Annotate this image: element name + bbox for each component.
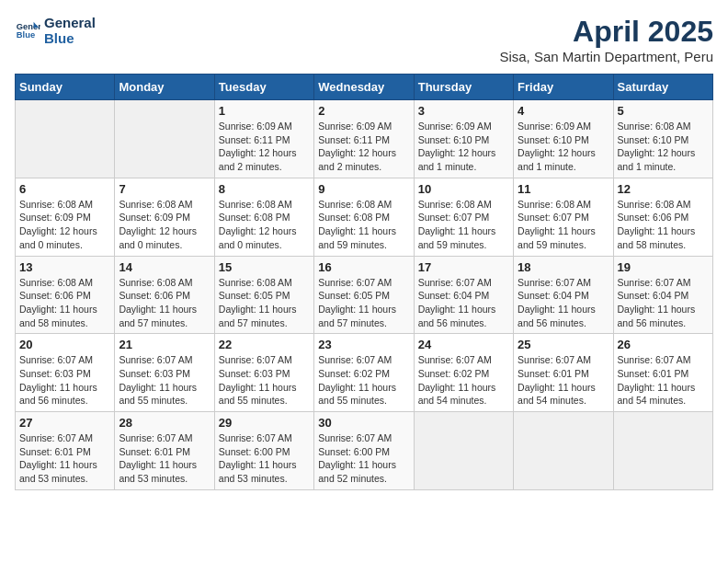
day-detail: Sunrise: 6:07 AM Sunset: 6:01 PM Dayligh… bbox=[119, 431, 210, 486]
day-number: 30 bbox=[318, 416, 409, 430]
calendar-cell: 11Sunrise: 6:08 AM Sunset: 6:07 PM Dayli… bbox=[514, 178, 613, 256]
day-detail: Sunrise: 6:08 AM Sunset: 6:07 PM Dayligh… bbox=[518, 198, 609, 252]
logo-line2: Blue bbox=[44, 30, 96, 46]
weekday-header: Tuesday bbox=[214, 75, 313, 100]
day-number: 29 bbox=[219, 416, 310, 430]
day-detail: Sunrise: 6:07 AM Sunset: 6:03 PM Dayligh… bbox=[19, 353, 110, 408]
day-number: 4 bbox=[518, 104, 609, 118]
svg-text:Blue: Blue bbox=[17, 30, 35, 40]
day-number: 19 bbox=[618, 260, 709, 274]
calendar-cell: 18Sunrise: 6:07 AM Sunset: 6:04 PM Dayli… bbox=[514, 256, 613, 334]
day-detail: Sunrise: 6:07 AM Sunset: 6:03 PM Dayligh… bbox=[119, 353, 210, 408]
calendar-cell bbox=[514, 412, 613, 490]
day-number: 14 bbox=[119, 260, 210, 274]
calendar-cell: 20Sunrise: 6:07 AM Sunset: 6:03 PM Dayli… bbox=[16, 334, 115, 412]
day-number: 20 bbox=[19, 338, 110, 351]
calendar-cell: 26Sunrise: 6:07 AM Sunset: 6:01 PM Dayli… bbox=[613, 334, 712, 412]
calendar-title: April 2025 bbox=[499, 15, 713, 49]
calendar-cell: 21Sunrise: 6:07 AM Sunset: 6:03 PM Dayli… bbox=[115, 334, 214, 412]
calendar-week-row: 13Sunrise: 6:08 AM Sunset: 6:06 PM Dayli… bbox=[16, 256, 713, 334]
calendar-cell bbox=[16, 100, 115, 178]
day-number: 17 bbox=[418, 260, 509, 274]
calendar-cell: 25Sunrise: 6:07 AM Sunset: 6:01 PM Dayli… bbox=[514, 334, 613, 412]
day-number: 12 bbox=[618, 182, 709, 196]
logo: General Blue General Blue bbox=[15, 15, 96, 46]
calendar-cell: 27Sunrise: 6:07 AM Sunset: 6:01 PM Dayli… bbox=[16, 412, 115, 490]
weekday-header: Sunday bbox=[16, 75, 115, 100]
day-detail: Sunrise: 6:07 AM Sunset: 6:01 PM Dayligh… bbox=[618, 353, 709, 408]
day-number: 21 bbox=[119, 338, 210, 351]
day-detail: Sunrise: 6:07 AM Sunset: 6:02 PM Dayligh… bbox=[318, 353, 409, 408]
calendar-cell: 10Sunrise: 6:08 AM Sunset: 6:07 PM Dayli… bbox=[414, 178, 513, 256]
calendar-cell bbox=[414, 412, 513, 490]
day-detail: Sunrise: 6:08 AM Sunset: 6:08 PM Dayligh… bbox=[219, 198, 310, 252]
day-detail: Sunrise: 6:07 AM Sunset: 6:01 PM Dayligh… bbox=[518, 353, 609, 408]
calendar-cell: 19Sunrise: 6:07 AM Sunset: 6:04 PM Dayli… bbox=[613, 256, 712, 334]
logo-line1: General bbox=[44, 15, 96, 30]
calendar-cell bbox=[613, 412, 712, 490]
day-detail: Sunrise: 6:07 AM Sunset: 6:04 PM Dayligh… bbox=[618, 276, 709, 330]
day-number: 25 bbox=[518, 338, 609, 351]
calendar-header: SundayMondayTuesdayWednesdayThursdayFrid… bbox=[16, 75, 713, 100]
calendar-week-row: 27Sunrise: 6:07 AM Sunset: 6:01 PM Dayli… bbox=[16, 412, 713, 490]
weekday-header: Thursday bbox=[414, 75, 513, 100]
day-number: 28 bbox=[119, 416, 210, 430]
calendar-subtitle: Sisa, San Martin Department, Peru bbox=[499, 49, 713, 64]
day-number: 11 bbox=[518, 182, 609, 196]
day-detail: Sunrise: 6:07 AM Sunset: 6:00 PM Dayligh… bbox=[318, 431, 409, 486]
calendar-cell: 17Sunrise: 6:07 AM Sunset: 6:04 PM Dayli… bbox=[414, 256, 513, 334]
day-number: 7 bbox=[119, 182, 210, 196]
calendar-cell: 28Sunrise: 6:07 AM Sunset: 6:01 PM Dayli… bbox=[115, 412, 214, 490]
day-detail: Sunrise: 6:07 AM Sunset: 6:00 PM Dayligh… bbox=[219, 431, 310, 486]
calendar-week-row: 20Sunrise: 6:07 AM Sunset: 6:03 PM Dayli… bbox=[16, 334, 713, 412]
weekday-header: Monday bbox=[115, 75, 214, 100]
day-number: 22 bbox=[219, 338, 310, 351]
day-detail: Sunrise: 6:09 AM Sunset: 6:10 PM Dayligh… bbox=[418, 120, 509, 174]
calendar-cell: 7Sunrise: 6:08 AM Sunset: 6:09 PM Daylig… bbox=[115, 178, 214, 256]
day-number: 13 bbox=[19, 260, 110, 274]
day-detail: Sunrise: 6:08 AM Sunset: 6:07 PM Dayligh… bbox=[418, 198, 509, 252]
calendar-cell: 13Sunrise: 6:08 AM Sunset: 6:06 PM Dayli… bbox=[16, 256, 115, 334]
day-number: 16 bbox=[318, 260, 409, 274]
day-detail: Sunrise: 6:08 AM Sunset: 6:10 PM Dayligh… bbox=[618, 120, 709, 174]
calendar-cell: 8Sunrise: 6:08 AM Sunset: 6:08 PM Daylig… bbox=[214, 178, 313, 256]
title-block: April 2025 Sisa, San Martin Department, … bbox=[499, 15, 713, 64]
calendar-cell: 2Sunrise: 6:09 AM Sunset: 6:11 PM Daylig… bbox=[314, 100, 414, 178]
day-number: 10 bbox=[418, 182, 509, 196]
calendar-cell: 9Sunrise: 6:08 AM Sunset: 6:08 PM Daylig… bbox=[314, 178, 414, 256]
day-detail: Sunrise: 6:07 AM Sunset: 6:02 PM Dayligh… bbox=[418, 353, 509, 408]
calendar-cell: 15Sunrise: 6:08 AM Sunset: 6:05 PM Dayli… bbox=[214, 256, 313, 334]
day-number: 9 bbox=[318, 182, 409, 196]
page-header: General Blue General Blue April 2025 Sis… bbox=[15, 15, 713, 64]
day-detail: Sunrise: 6:08 AM Sunset: 6:08 PM Dayligh… bbox=[318, 198, 409, 252]
weekday-header: Friday bbox=[514, 75, 613, 100]
day-detail: Sunrise: 6:09 AM Sunset: 6:11 PM Dayligh… bbox=[219, 120, 310, 174]
day-number: 8 bbox=[219, 182, 310, 196]
calendar-week-row: 1Sunrise: 6:09 AM Sunset: 6:11 PM Daylig… bbox=[16, 100, 713, 178]
day-detail: Sunrise: 6:09 AM Sunset: 6:11 PM Dayligh… bbox=[318, 120, 409, 174]
day-detail: Sunrise: 6:09 AM Sunset: 6:10 PM Dayligh… bbox=[518, 120, 609, 174]
calendar-cell: 4Sunrise: 6:09 AM Sunset: 6:10 PM Daylig… bbox=[514, 100, 613, 178]
calendar-table: SundayMondayTuesdayWednesdayThursdayFrid… bbox=[15, 74, 713, 490]
calendar-cell: 22Sunrise: 6:07 AM Sunset: 6:03 PM Dayli… bbox=[214, 334, 313, 412]
calendar-cell bbox=[115, 100, 214, 178]
day-number: 24 bbox=[418, 338, 509, 351]
day-number: 1 bbox=[219, 104, 310, 118]
calendar-cell: 6Sunrise: 6:08 AM Sunset: 6:09 PM Daylig… bbox=[16, 178, 115, 256]
calendar-cell: 12Sunrise: 6:08 AM Sunset: 6:06 PM Dayli… bbox=[613, 178, 712, 256]
day-detail: Sunrise: 6:07 AM Sunset: 6:04 PM Dayligh… bbox=[418, 276, 509, 330]
calendar-cell: 14Sunrise: 6:08 AM Sunset: 6:06 PM Dayli… bbox=[115, 256, 214, 334]
day-detail: Sunrise: 6:08 AM Sunset: 6:09 PM Dayligh… bbox=[119, 198, 210, 252]
day-detail: Sunrise: 6:08 AM Sunset: 6:06 PM Dayligh… bbox=[19, 276, 110, 330]
day-number: 18 bbox=[518, 260, 609, 274]
calendar-cell: 1Sunrise: 6:09 AM Sunset: 6:11 PM Daylig… bbox=[214, 100, 313, 178]
day-detail: Sunrise: 6:07 AM Sunset: 6:05 PM Dayligh… bbox=[318, 276, 409, 330]
day-detail: Sunrise: 6:08 AM Sunset: 6:09 PM Dayligh… bbox=[19, 198, 110, 252]
calendar-cell: 23Sunrise: 6:07 AM Sunset: 6:02 PM Dayli… bbox=[314, 334, 414, 412]
day-detail: Sunrise: 6:08 AM Sunset: 6:06 PM Dayligh… bbox=[618, 198, 709, 252]
calendar-cell: 29Sunrise: 6:07 AM Sunset: 6:00 PM Dayli… bbox=[214, 412, 313, 490]
day-detail: Sunrise: 6:07 AM Sunset: 6:04 PM Dayligh… bbox=[518, 276, 609, 330]
day-number: 15 bbox=[219, 260, 310, 274]
calendar-cell: 30Sunrise: 6:07 AM Sunset: 6:00 PM Dayli… bbox=[314, 412, 414, 490]
day-detail: Sunrise: 6:08 AM Sunset: 6:05 PM Dayligh… bbox=[219, 276, 310, 330]
